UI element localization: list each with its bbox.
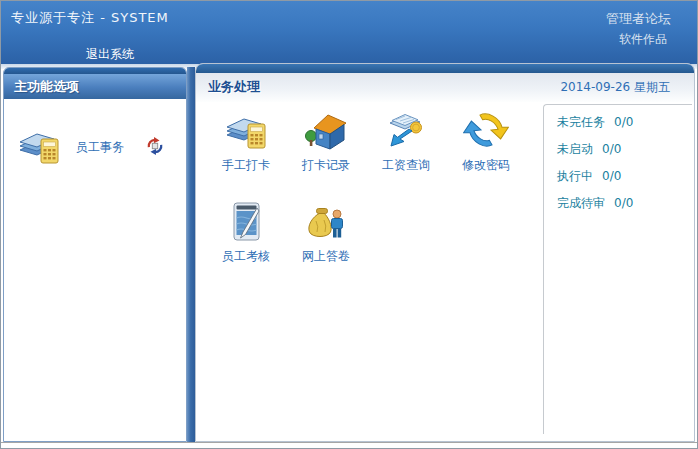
task-label: 未完任务	[557, 115, 605, 129]
timecards-icon	[16, 125, 62, 167]
main-panel-top-edge	[196, 64, 694, 73]
module-change-password[interactable]: 修改密码	[446, 110, 526, 201]
module-manual-punch[interactable]: 手工打卡	[206, 110, 286, 201]
module-punch-records[interactable]: 打卡记录	[286, 110, 366, 201]
module-employee-assessment[interactable]: 员工考核	[206, 201, 286, 292]
main-panel-title: 业务处理	[208, 78, 260, 96]
task-count: 0/0	[614, 196, 633, 210]
current-date: 2014-09-26 星期五	[560, 79, 670, 96]
module-label: 网上答卷	[302, 248, 350, 265]
house-icon	[303, 110, 349, 152]
task-label: 执行中	[557, 169, 593, 183]
moneybag-person-icon	[303, 201, 349, 243]
task-count: 0/0	[614, 115, 633, 129]
bottom-edge-line	[1, 442, 697, 443]
module-grid: 手工打卡 打卡记录	[206, 110, 536, 292]
task-item-in-progress: 执行中0/0	[557, 168, 692, 195]
module-label: 员工考核	[222, 248, 270, 265]
main-panel-header: 业务处理 2014-09-26 星期五	[196, 73, 694, 102]
task-count: 0/0	[602, 142, 621, 156]
panel-divider	[187, 67, 195, 442]
salary-ledger-icon	[383, 110, 429, 152]
timecards-icon	[223, 110, 269, 152]
exit-system-button[interactable]: 退出系统	[86, 46, 134, 63]
sidebar-title: 主功能选项	[4, 74, 186, 99]
task-item-unfinished: 未完任务0/0	[557, 114, 692, 141]
sidebar-item-label: 员工事务	[76, 139, 124, 156]
task-label: 完成待审	[557, 196, 605, 210]
header-bar: 专业源于专注 - SYSTEM 退出系统 管理者论坛 软件作品	[1, 1, 697, 64]
module-label: 打卡记录	[302, 157, 350, 174]
task-item-not-started: 未启动0/0	[557, 141, 692, 168]
app-title: 专业源于专注 - SYSTEM	[11, 9, 169, 27]
module-label: 手工打卡	[222, 157, 270, 174]
module-salary-query[interactable]: 工资查询	[366, 110, 446, 201]
sidebar-item-employee-affairs[interactable]: 员工事务	[4, 125, 186, 171]
sync-refresh-icon[interactable]	[146, 137, 164, 155]
task-label: 未启动	[557, 142, 593, 156]
task-count: 0/0	[602, 169, 621, 183]
module-online-questionnaire[interactable]: 网上答卷	[286, 201, 366, 292]
main-panel-business: 业务处理 2014-09-26 星期五	[195, 63, 695, 442]
sidebar-main-functions: 主功能选项 员工事务	[3, 67, 187, 442]
module-label: 工资查询	[382, 157, 430, 174]
task-item-pending-review: 完成待审0/0	[557, 195, 692, 222]
task-summary-panel: 未完任务0/0 未启动0/0 执行中0/0 完成待审0/0	[543, 104, 692, 434]
manager-forum-link[interactable]: 管理者论坛	[606, 10, 671, 28]
swap-arrows-icon	[463, 110, 509, 152]
software-works-link[interactable]: 软件作品	[619, 31, 667, 48]
module-label: 修改密码	[462, 157, 510, 174]
tablet-pen-icon	[223, 201, 269, 243]
app-window: 专业源于专注 - SYSTEM 退出系统 管理者论坛 软件作品 主功能选项	[0, 0, 698, 449]
